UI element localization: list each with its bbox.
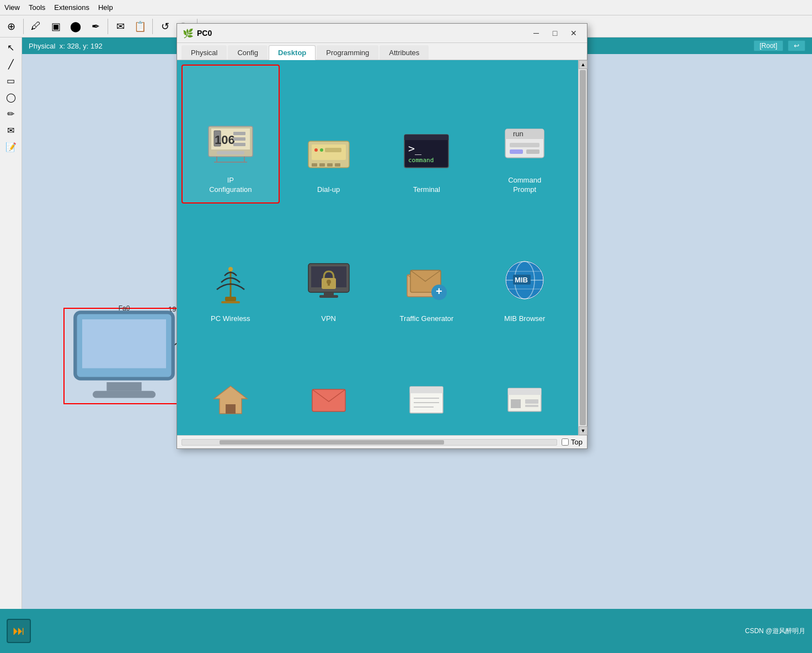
desktop-item-pptp[interactable] — [476, 333, 574, 431]
svg-rect-62 — [226, 404, 236, 414]
svg-point-19 — [314, 148, 318, 152]
root-button[interactable]: [Root] — [754, 40, 783, 51]
svg-text:+: + — [436, 285, 442, 297]
play-button[interactable]: ⏭ — [7, 619, 31, 643]
svg-rect-46 — [328, 282, 330, 286]
dialog-tabs: Physical Config Desktop Programming Attr… — [177, 43, 587, 60]
bottom-bar: ⏭ CSDN @遊风醉明月 — [0, 609, 812, 653]
dialog-controls: ─ □ ✕ — [528, 27, 581, 39]
toolbar-sep-1 — [23, 19, 24, 34]
tab-desktop[interactable]: Desktop — [269, 45, 316, 60]
tool-msg[interactable]: ✉ — [2, 122, 20, 138]
pc0-dialog: 🌿 PC0 ─ □ ✕ Physical Config Desktop Prog… — [177, 23, 587, 449]
mib-label: MIB Browser — [504, 314, 545, 324]
toolbar-msg-btn[interactable]: ✉ — [111, 18, 129, 35]
dialog-titlebar: 🌿 PC0 ─ □ ✕ — [177, 24, 587, 43]
toolbar-pen-btn[interactable]: ✒ — [87, 18, 104, 35]
text-editor-icon — [407, 383, 446, 416]
desktop-item-vpn[interactable]: VPN — [280, 204, 378, 333]
menu-bar: View Tools Extensions Help — [0, 0, 812, 15]
scrollbar-thumb[interactable] — [580, 70, 586, 425]
coord-value: x: 328, y: 192 — [60, 42, 103, 50]
desktop-item-email[interactable] — [280, 333, 378, 431]
svg-rect-37 — [526, 149, 539, 154]
desktop-item-traffic[interactable]: + Traffic Generator — [378, 204, 476, 333]
top-checkbox-input[interactable] — [562, 438, 569, 446]
tool-ellipse[interactable]: ◯ — [2, 89, 20, 105]
toolbar-draw-btn[interactable]: 🖊 — [27, 18, 45, 35]
tool-select[interactable]: ↖ — [2, 40, 20, 55]
ip-config-icon: 106 — [203, 115, 258, 170]
svg-rect-47 — [324, 292, 334, 295]
scrollbar-up-btn[interactable]: ▲ — [579, 60, 587, 69]
svg-rect-39 — [225, 297, 236, 301]
svg-text:MIB: MIB — [515, 276, 528, 284]
desktop-item-wireless[interactable]: PC Wireless — [181, 204, 280, 333]
svg-point-20 — [320, 148, 323, 152]
pc-label-name: PC-PT PC0 — [114, 354, 135, 371]
tool-pen[interactable]: ✏ — [2, 106, 20, 121]
desktop-item-cmd[interactable]: run CommandPrompt — [476, 65, 574, 204]
svg-rect-4 — [93, 391, 156, 398]
desktop-item-dialup[interactable]: Dial-up — [280, 65, 378, 204]
scrollbar-down-btn[interactable]: ▼ — [579, 426, 587, 435]
house-icon — [211, 383, 250, 416]
toolbar-rect-btn[interactable]: ▣ — [47, 18, 65, 35]
dialog-minimize-btn[interactable]: ─ — [528, 27, 544, 39]
desktop-item-mib[interactable]: MIB MIB Browser — [476, 204, 574, 333]
desktop-item-terminal[interactable]: >_ command Terminal — [378, 65, 476, 204]
menu-extensions[interactable]: Extensions — [54, 3, 89, 12]
desktop-item-house[interactable] — [181, 333, 280, 431]
svg-rect-13 — [217, 151, 244, 154]
menu-help[interactable]: Help — [98, 3, 113, 12]
toolbar-rotate-left-btn[interactable]: ↺ — [156, 18, 174, 35]
green-arrow-indicator — [119, 343, 130, 352]
svg-rect-35 — [510, 143, 539, 147]
top-checkbox-label: Top — [571, 438, 583, 446]
tool-rect[interactable]: ▭ — [2, 73, 20, 88]
svg-text:>_: >_ — [408, 142, 422, 155]
cmd-svg: run — [500, 121, 549, 165]
tab-config[interactable]: Config — [228, 45, 268, 60]
svg-rect-25 — [335, 163, 340, 167]
svg-text:106: 106 — [215, 133, 235, 147]
toolbar-sep-3 — [152, 19, 153, 34]
tool-draw-line[interactable]: ╱ — [2, 56, 20, 72]
tab-programming[interactable]: Programming — [317, 45, 378, 60]
menu-tools[interactable]: Tools — [29, 3, 45, 12]
dialog-hscrollbar[interactable] — [181, 439, 557, 446]
vpn-svg — [304, 259, 354, 303]
vpn-label: VPN — [321, 314, 336, 324]
hscrollbar-thumb[interactable] — [220, 440, 444, 445]
svg-text:command: command — [408, 157, 434, 164]
tool-note[interactable]: 📝 — [2, 139, 20, 154]
top-checkbox-area[interactable]: Top — [562, 438, 583, 446]
dialog-vscrollbar[interactable]: ▲ ▼ — [578, 60, 587, 435]
wireless-label: PC Wireless — [211, 314, 250, 324]
left-tools-panel: ↖ ╱ ▭ ◯ ✏ ✉ 📝 — [0, 38, 22, 609]
menu-view[interactable]: View — [4, 3, 20, 12]
pc-node-box[interactable]: Fa0 PC-PT PC0 — [63, 308, 185, 404]
dialog-close-btn[interactable]: ✕ — [566, 27, 581, 39]
svg-rect-24 — [327, 163, 333, 167]
desktop-app-grid: 106 IPConfiguration — [177, 60, 578, 435]
toolbar-add-btn[interactable]: ⊕ — [2, 18, 20, 35]
pptp-svg — [505, 384, 544, 416]
svg-rect-12 — [233, 143, 245, 146]
dialog-maximize-btn[interactable]: □ — [547, 27, 563, 39]
tab-attributes[interactable]: Attributes — [380, 45, 429, 60]
toolbar-clip-btn[interactable]: 📋 — [131, 18, 149, 35]
tab-physical[interactable]: Physical — [181, 45, 227, 60]
mib-svg: MIB — [500, 259, 549, 303]
toolbar-circle-btn[interactable]: ⬤ — [67, 18, 84, 35]
house-svg — [211, 383, 250, 416]
desktop-item-text-editor[interactable] — [378, 333, 476, 431]
desktop-item-ip-config[interactable]: 106 IPConfiguration — [181, 65, 280, 204]
back-button[interactable]: ↩ — [788, 40, 805, 51]
svg-rect-65 — [410, 387, 443, 393]
traffic-icon: + — [399, 254, 454, 309]
email-icon — [309, 383, 348, 416]
svg-rect-28 — [404, 138, 448, 140]
mib-icon: MIB — [497, 254, 552, 309]
svg-rect-23 — [319, 163, 325, 167]
